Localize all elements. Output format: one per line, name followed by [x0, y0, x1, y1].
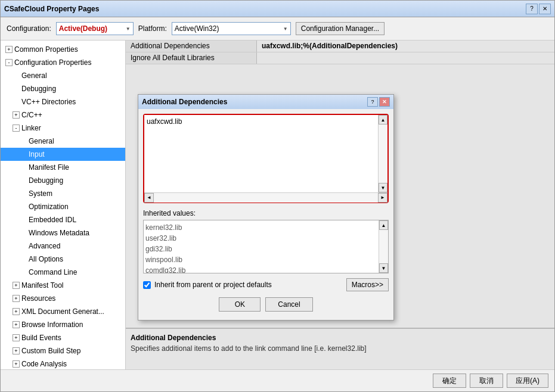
config-arrow-icon: ▼ [126, 26, 131, 32]
platform-value: Active(Win32) [175, 24, 219, 33]
tree-item-linker-winmeta[interactable]: Windows Metadata [1, 226, 125, 239]
tree-item-linker-input[interactable]: Input [1, 148, 125, 161]
tree-item-resources[interactable]: + Resources [1, 292, 125, 305]
inherited-item-2: gdi32.lib [145, 244, 386, 254]
inherit-checkbox[interactable] [143, 281, 151, 289]
expander-xml-doc[interactable]: + [13, 308, 20, 315]
config-value: Active(Debug) [59, 24, 107, 33]
config-manager-button[interactable]: Configuration Manager... [296, 22, 385, 35]
tree-label-manifest-tool: Manifest Tool [21, 281, 63, 290]
tree-label-linker-manifest: Manifest File [29, 163, 69, 172]
help-button[interactable]: ? [526, 4, 538, 14]
tree-item-linker-cmdline[interactable]: Command Line [1, 266, 125, 279]
tree-item-custom-build[interactable]: + Custom Build Step [1, 344, 125, 357]
tree-panel: + Common Properties - Configuration Prop… [1, 41, 126, 369]
tree-label-common-props: Common Properties [14, 45, 78, 54]
tree-item-manifest-tool[interactable]: + Manifest Tool [1, 279, 125, 292]
close-button[interactable]: ✕ [539, 4, 551, 14]
deps-textarea[interactable] [144, 115, 378, 186]
ok-button[interactable]: 确定 [433, 374, 466, 388]
tree-label-linker-advanced: Advanced [29, 242, 60, 250]
tree-label-cpp: C/C++ [21, 111, 42, 119]
expander-linker[interactable]: - [13, 125, 20, 132]
dialog-title-buttons: ? ✕ [367, 97, 390, 107]
tree-label-code-analysis: Code Analysis [21, 360, 67, 368]
window-title: CSafeCloud Property Pages [4, 5, 99, 13]
dialog-close-button[interactable]: ✕ [379, 97, 390, 107]
title-bar: CSafeCloud Property Pages ? ✕ [1, 1, 554, 17]
tree-item-code-analysis[interactable]: + Code Analysis [1, 357, 125, 369]
expander-code-analysis[interactable]: + [13, 360, 20, 368]
inherited-scrollbar-v: ▲ ▼ [379, 220, 388, 273]
textarea-wrapper: ▲ ▼ ◄ ► [143, 114, 389, 203]
content-area: + Common Properties - Configuration Prop… [1, 41, 554, 369]
tree-item-cpp[interactable]: + C/C++ [1, 108, 125, 122]
tree-label-linker-system: System [29, 189, 52, 198]
config-bar: Configuration: Active(Debug) ▼ Platform:… [1, 17, 554, 41]
tree-item-linker[interactable]: - Linker [1, 122, 125, 135]
tree-item-linker-system[interactable]: System [1, 187, 125, 200]
tree-item-browse-info[interactable]: + Browse Information [1, 318, 125, 331]
tree-item-linker-opt[interactable]: Optimization [1, 200, 125, 213]
dialog-ok-button[interactable]: OK [219, 297, 261, 312]
tree-item-vc-dirs[interactable]: VC++ Directories [1, 95, 125, 108]
title-bar-buttons: ? ✕ [526, 4, 551, 14]
inherited-scroll-wrapper: kernel32.lib user32.lib gdi32.lib winspo… [143, 220, 389, 273]
tree-label-linker-opt: Optimization [29, 203, 69, 211]
tree-item-linker-manifest[interactable]: Manifest File [1, 161, 125, 174]
dialog-cancel-button[interactable]: Cancel [265, 297, 312, 312]
textarea-hscrollbar: ◄ ► [144, 192, 387, 202]
textarea-scroll-area: ▲ ▼ [144, 115, 387, 192]
platform-arrow-icon: ▼ [283, 26, 288, 32]
tree-item-linker-eidl[interactable]: Embedded IDL [1, 213, 125, 226]
tree-item-linker-general[interactable]: General [1, 135, 125, 148]
cancel-button[interactable]: 取消 [470, 374, 503, 388]
tree-label-linker-allopts: All Options [29, 255, 63, 263]
inherited-item-0: kernel32.lib [145, 222, 386, 233]
tree-item-linker-debug[interactable]: Debugging [1, 174, 125, 187]
config-dropdown[interactable]: Active(Debug) ▼ [56, 22, 134, 35]
tree-label-linker-general: General [29, 137, 54, 145]
scroll-down-icon[interactable]: ▼ [379, 183, 387, 192]
tree-item-linker-allopts[interactable]: All Options [1, 253, 125, 266]
dialog-titlebar: Additional Dependencies ? ✕ [138, 95, 393, 109]
modal-overlay: Additional Dependencies ? ✕ [126, 41, 554, 369]
inherited-scroll-track [379, 230, 388, 263]
expander-build-events[interactable]: + [13, 334, 20, 341]
expander-browse-info[interactable]: + [13, 321, 20, 328]
tree-item-xml-doc[interactable]: + XML Document Generat... [1, 305, 125, 318]
dialog-help-button[interactable]: ? [367, 97, 378, 107]
inherit-checkbox-row: Inherit from parent or project defaults … [143, 278, 389, 291]
platform-dropdown[interactable]: Active(Win32) ▼ [172, 22, 291, 35]
inherited-item-3: winspool.lib [145, 254, 386, 265]
inherited-scroll-down-icon[interactable]: ▼ [379, 263, 388, 273]
tree-item-linker-advanced[interactable]: Advanced [1, 239, 125, 253]
hscroll-left-icon[interactable]: ◄ [144, 193, 154, 203]
tree-label-browse-info: Browse Information [21, 321, 83, 329]
expander-config-props[interactable]: - [5, 59, 13, 66]
hscroll-right-icon[interactable]: ► [378, 193, 387, 203]
tree-item-common-props[interactable]: + Common Properties [1, 43, 125, 56]
expander-custom-build[interactable]: + [13, 347, 20, 354]
tree-label-linker-debug: Debugging [29, 176, 63, 185]
expander-resources[interactable]: + [13, 295, 20, 302]
tree-item-general[interactable]: General [1, 69, 125, 82]
tree-label-linker: Linker [21, 124, 41, 132]
expander-cpp[interactable]: + [13, 111, 20, 119]
dialog-ok-cancel: OK Cancel [143, 297, 389, 315]
main-window: CSafeCloud Property Pages ? ✕ Configurat… [0, 0, 555, 392]
macros-button[interactable]: Macros>> [346, 278, 389, 291]
tree-item-build-events[interactable]: + Build Events [1, 331, 125, 344]
inherited-item-1: user32.lib [145, 233, 386, 244]
expander-manifest-tool[interactable]: + [13, 282, 20, 289]
tree-label-linker-winmeta: Windows Metadata [29, 229, 89, 237]
inherited-item-4: comdlg32.lib [145, 265, 386, 273]
textarea-scrollbar-v: ▲ ▼ [378, 115, 387, 192]
scroll-up-icon[interactable]: ▲ [379, 115, 387, 125]
right-panel: Additional Dependencies uafxcwd.lib;%(Ad… [126, 41, 554, 369]
expander-common-props[interactable]: + [5, 46, 13, 53]
inherited-scroll-up-icon[interactable]: ▲ [379, 220, 388, 230]
tree-item-debugging[interactable]: Debugging [1, 82, 125, 95]
tree-item-config-props[interactable]: - Configuration Properties [1, 56, 125, 69]
apply-button[interactable]: 应用(A) [507, 374, 548, 388]
